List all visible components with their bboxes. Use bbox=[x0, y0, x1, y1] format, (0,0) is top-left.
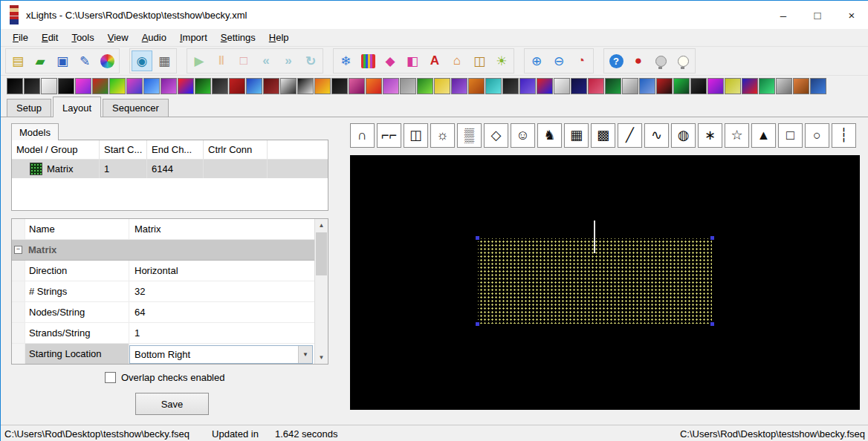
effect-icon-28[interactable] bbox=[468, 78, 485, 94]
effect-icon-46[interactable] bbox=[776, 78, 792, 94]
icicles-icon[interactable]: ┆ bbox=[832, 123, 856, 148]
dropdown-arrow-icon[interactable]: ▼ bbox=[298, 346, 312, 363]
effect-icon-39[interactable] bbox=[656, 78, 673, 94]
effect-icon-14[interactable] bbox=[229, 78, 245, 94]
column-start-channel[interactable]: Start C... bbox=[100, 140, 147, 159]
scroll-up-icon[interactable]: ▲ bbox=[315, 219, 328, 232]
effect-icon-37[interactable] bbox=[622, 78, 638, 94]
zoom-in-icon[interactable]: ⊕ bbox=[526, 50, 547, 71]
reindeer-icon[interactable]: ♞ bbox=[537, 123, 562, 148]
candy-cane-icon[interactable]: ⌐⌐ bbox=[377, 123, 401, 148]
spinner-icon[interactable]: ∗ bbox=[698, 123, 722, 148]
menu-import[interactable]: Import bbox=[174, 30, 213, 45]
effect-icon-8[interactable] bbox=[126, 78, 143, 94]
matrix-model[interactable] bbox=[478, 238, 712, 324]
effect-icon-41[interactable] bbox=[690, 78, 707, 94]
resize-handle-bottom-left[interactable] bbox=[476, 322, 479, 326]
property-row-name[interactable]: NameMatrix bbox=[12, 219, 315, 240]
effect-icon-13[interactable] bbox=[212, 78, 228, 94]
property-value[interactable]: 64 bbox=[129, 302, 315, 322]
effect-icon-20[interactable] bbox=[331, 78, 348, 94]
resize-handle-top-right[interactable] bbox=[710, 236, 714, 240]
effect-icon-42[interactable] bbox=[707, 78, 724, 94]
effect-icon-15[interactable] bbox=[246, 78, 262, 94]
property-scrollbar[interactable]: ▲ ▼ bbox=[314, 219, 328, 364]
menu-file[interactable]: File bbox=[7, 30, 34, 45]
line-icon[interactable]: ╱ bbox=[618, 123, 642, 148]
property-row-nodes-string[interactable]: Nodes/String64 bbox=[12, 302, 315, 323]
lights-off-icon[interactable] bbox=[650, 50, 671, 71]
maximize-icon[interactable]: □ bbox=[800, 1, 835, 29]
replay-icon[interactable]: ↻ bbox=[300, 50, 321, 71]
effect-icon-25[interactable] bbox=[417, 78, 433, 94]
effect-icon-45[interactable] bbox=[759, 78, 775, 94]
effect-icon-9[interactable] bbox=[143, 78, 160, 94]
effect-icon-17[interactable] bbox=[280, 78, 297, 94]
circle-icon[interactable]: ☼ bbox=[430, 123, 455, 148]
tab-setup[interactable]: Setup bbox=[7, 99, 51, 117]
column-end-channel[interactable]: End Ch... bbox=[147, 140, 204, 159]
models-panel-tab[interactable]: Models bbox=[11, 123, 59, 140]
effect-icon-5[interactable] bbox=[75, 78, 91, 94]
save-as-icon[interactable]: ✎ bbox=[74, 50, 95, 71]
effect-icon-21[interactable] bbox=[349, 78, 365, 94]
sphere-icon[interactable]: ◍ bbox=[671, 123, 696, 148]
dense-matrix-icon[interactable]: ▦ bbox=[564, 123, 589, 148]
column-model-group[interactable]: Model / Group bbox=[12, 140, 100, 159]
effect-icon-34[interactable] bbox=[571, 78, 587, 94]
pause-icon[interactable]: ‖ bbox=[211, 50, 232, 71]
effect-icon-23[interactable] bbox=[383, 78, 399, 94]
close-icon[interactable]: × bbox=[835, 1, 868, 29]
model-box-icon[interactable]: ◫ bbox=[469, 50, 490, 71]
effect-icon-43[interactable] bbox=[725, 78, 741, 94]
arch-icon[interactable]: ∩ bbox=[350, 123, 375, 148]
go-to-end-icon[interactable]: » bbox=[278, 50, 299, 71]
effect-icon-10[interactable] bbox=[161, 78, 177, 94]
stop-now-icon[interactable]: ● bbox=[628, 50, 649, 71]
property-value-combo[interactable]: Bottom Right▼ bbox=[129, 345, 313, 364]
resize-handle-top-left[interactable] bbox=[476, 236, 479, 240]
frame-icon[interactable]: □ bbox=[778, 123, 803, 148]
effect-icon-26[interactable] bbox=[434, 78, 450, 94]
open-sequence-icon[interactable]: ▰ bbox=[30, 50, 51, 71]
effect-icon-16[interactable] bbox=[263, 78, 279, 94]
effect-icon-47[interactable] bbox=[793, 78, 809, 94]
effect-icon-27[interactable] bbox=[451, 78, 467, 94]
property-row-direction[interactable]: DirectionHorizontal bbox=[12, 261, 315, 281]
preview-canvas[interactable] bbox=[350, 155, 860, 410]
overlap-checkbox[interactable] bbox=[105, 372, 116, 383]
column-ctrlr-conn[interactable]: Ctrlr Conn bbox=[204, 140, 268, 159]
model-row-matrix[interactable]: Matrix 1 6144 bbox=[12, 160, 328, 178]
effect-icon-11[interactable] bbox=[178, 78, 194, 94]
snowflake-icon[interactable]: ❄ bbox=[335, 50, 356, 71]
effect-icon-24[interactable] bbox=[400, 78, 416, 94]
effect-icon-29[interactable] bbox=[485, 78, 502, 94]
help-icon[interactable]: ? bbox=[606, 50, 626, 71]
effect-icon-7[interactable] bbox=[109, 78, 126, 94]
effect-assist-icon[interactable]: ◧ bbox=[402, 50, 423, 71]
effect-icon-38[interactable] bbox=[639, 78, 655, 94]
tab-sequencer[interactable]: Sequencer bbox=[103, 99, 169, 117]
window-frame-icon[interactable]: ◫ bbox=[404, 123, 428, 148]
font-icon[interactable]: A bbox=[424, 50, 445, 71]
property-value[interactable]: Matrix bbox=[129, 219, 315, 239]
menu-view[interactable]: View bbox=[102, 30, 135, 45]
effect-icon-35[interactable] bbox=[588, 78, 604, 94]
property-row-matrix[interactable]: −Matrix bbox=[12, 240, 315, 261]
singing-face-icon[interactable]: ☺ bbox=[511, 123, 535, 148]
property-value[interactable]: 1 bbox=[129, 323, 315, 343]
panel-matrix-icon[interactable]: ▩ bbox=[591, 123, 615, 148]
lights-on-icon[interactable] bbox=[673, 50, 693, 71]
render-all-icon[interactable]: ◔ bbox=[571, 50, 592, 71]
effect-icon-33[interactable] bbox=[554, 78, 570, 94]
effect-icon-22[interactable] bbox=[366, 78, 382, 94]
effect-icon-40[interactable] bbox=[673, 78, 690, 94]
effect-icon-3[interactable] bbox=[41, 78, 57, 94]
property-row-starting-location[interactable]: Starting LocationBottom Right▼ bbox=[12, 344, 315, 364]
rewind-icon[interactable]: « bbox=[256, 50, 276, 71]
effect-icon-36[interactable] bbox=[605, 78, 621, 94]
property-row-strings[interactable]: # Strings32 bbox=[12, 281, 315, 302]
menu-edit[interactable]: Edit bbox=[36, 30, 64, 45]
effect-icon-32[interactable] bbox=[537, 78, 553, 94]
play-icon[interactable]: ▶ bbox=[189, 50, 210, 71]
